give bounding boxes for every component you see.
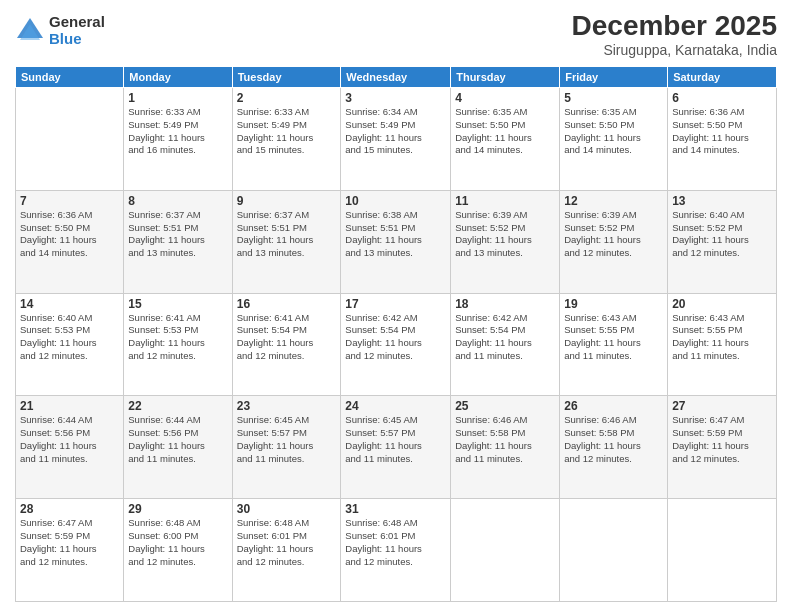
logo: General Blue	[15, 14, 105, 47]
calendar-day-cell: 6Sunrise: 6:36 AMSunset: 5:50 PMDaylight…	[668, 88, 777, 191]
calendar-day-cell: 22Sunrise: 6:44 AMSunset: 5:56 PMDayligh…	[124, 396, 232, 499]
calendar-day-cell	[560, 499, 668, 602]
calendar-day-cell: 28Sunrise: 6:47 AMSunset: 5:59 PMDayligh…	[16, 499, 124, 602]
day-info: Sunrise: 6:40 AMSunset: 5:53 PMDaylight:…	[20, 312, 119, 363]
calendar-week-row: 1Sunrise: 6:33 AMSunset: 5:49 PMDaylight…	[16, 88, 777, 191]
weekday-header-row: SundayMondayTuesdayWednesdayThursdayFrid…	[16, 67, 777, 88]
calendar-day-cell: 15Sunrise: 6:41 AMSunset: 5:53 PMDayligh…	[124, 293, 232, 396]
calendar-week-row: 7Sunrise: 6:36 AMSunset: 5:50 PMDaylight…	[16, 190, 777, 293]
day-info: Sunrise: 6:45 AMSunset: 5:57 PMDaylight:…	[237, 414, 337, 465]
day-number: 10	[345, 194, 446, 208]
day-number: 31	[345, 502, 446, 516]
calendar-day-cell: 2Sunrise: 6:33 AMSunset: 5:49 PMDaylight…	[232, 88, 341, 191]
calendar-week-row: 14Sunrise: 6:40 AMSunset: 5:53 PMDayligh…	[16, 293, 777, 396]
day-number: 14	[20, 297, 119, 311]
day-number: 23	[237, 399, 337, 413]
logo-general: General	[49, 14, 105, 31]
logo-icon	[15, 16, 45, 46]
day-number: 29	[128, 502, 227, 516]
day-number: 22	[128, 399, 227, 413]
calendar-day-cell: 16Sunrise: 6:41 AMSunset: 5:54 PMDayligh…	[232, 293, 341, 396]
day-number: 7	[20, 194, 119, 208]
calendar-day-cell	[451, 499, 560, 602]
calendar-day-cell: 12Sunrise: 6:39 AMSunset: 5:52 PMDayligh…	[560, 190, 668, 293]
day-number: 28	[20, 502, 119, 516]
calendar-day-cell: 11Sunrise: 6:39 AMSunset: 5:52 PMDayligh…	[451, 190, 560, 293]
calendar-day-cell: 13Sunrise: 6:40 AMSunset: 5:52 PMDayligh…	[668, 190, 777, 293]
day-number: 26	[564, 399, 663, 413]
calendar-day-cell: 21Sunrise: 6:44 AMSunset: 5:56 PMDayligh…	[16, 396, 124, 499]
day-info: Sunrise: 6:39 AMSunset: 5:52 PMDaylight:…	[564, 209, 663, 260]
month-title: December 2025	[572, 10, 777, 42]
day-number: 16	[237, 297, 337, 311]
calendar-day-cell	[16, 88, 124, 191]
weekday-header: Thursday	[451, 67, 560, 88]
calendar-day-cell: 29Sunrise: 6:48 AMSunset: 6:00 PMDayligh…	[124, 499, 232, 602]
day-info: Sunrise: 6:35 AMSunset: 5:50 PMDaylight:…	[564, 106, 663, 157]
day-info: Sunrise: 6:43 AMSunset: 5:55 PMDaylight:…	[564, 312, 663, 363]
day-number: 15	[128, 297, 227, 311]
day-number: 8	[128, 194, 227, 208]
day-number: 13	[672, 194, 772, 208]
day-number: 3	[345, 91, 446, 105]
calendar-day-cell: 25Sunrise: 6:46 AMSunset: 5:58 PMDayligh…	[451, 396, 560, 499]
day-info: Sunrise: 6:39 AMSunset: 5:52 PMDaylight:…	[455, 209, 555, 260]
calendar-day-cell: 19Sunrise: 6:43 AMSunset: 5:55 PMDayligh…	[560, 293, 668, 396]
day-number: 5	[564, 91, 663, 105]
day-number: 24	[345, 399, 446, 413]
day-info: Sunrise: 6:40 AMSunset: 5:52 PMDaylight:…	[672, 209, 772, 260]
day-info: Sunrise: 6:33 AMSunset: 5:49 PMDaylight:…	[237, 106, 337, 157]
header: General Blue December 2025 Siruguppa, Ka…	[15, 10, 777, 58]
day-info: Sunrise: 6:41 AMSunset: 5:53 PMDaylight:…	[128, 312, 227, 363]
logo-text: General Blue	[49, 14, 105, 47]
weekday-header: Monday	[124, 67, 232, 88]
day-number: 25	[455, 399, 555, 413]
calendar-table: SundayMondayTuesdayWednesdayThursdayFrid…	[15, 66, 777, 602]
day-number: 21	[20, 399, 119, 413]
day-info: Sunrise: 6:46 AMSunset: 5:58 PMDaylight:…	[455, 414, 555, 465]
day-info: Sunrise: 6:45 AMSunset: 5:57 PMDaylight:…	[345, 414, 446, 465]
calendar-day-cell: 23Sunrise: 6:45 AMSunset: 5:57 PMDayligh…	[232, 396, 341, 499]
day-info: Sunrise: 6:46 AMSunset: 5:58 PMDaylight:…	[564, 414, 663, 465]
day-number: 19	[564, 297, 663, 311]
weekday-header: Friday	[560, 67, 668, 88]
calendar-day-cell: 20Sunrise: 6:43 AMSunset: 5:55 PMDayligh…	[668, 293, 777, 396]
weekday-header: Saturday	[668, 67, 777, 88]
day-info: Sunrise: 6:42 AMSunset: 5:54 PMDaylight:…	[345, 312, 446, 363]
title-block: December 2025 Siruguppa, Karnataka, Indi…	[572, 10, 777, 58]
day-info: Sunrise: 6:44 AMSunset: 5:56 PMDaylight:…	[20, 414, 119, 465]
calendar-day-cell: 4Sunrise: 6:35 AMSunset: 5:50 PMDaylight…	[451, 88, 560, 191]
calendar-day-cell: 5Sunrise: 6:35 AMSunset: 5:50 PMDaylight…	[560, 88, 668, 191]
logo-blue: Blue	[49, 31, 105, 48]
weekday-header: Sunday	[16, 67, 124, 88]
day-number: 11	[455, 194, 555, 208]
day-info: Sunrise: 6:42 AMSunset: 5:54 PMDaylight:…	[455, 312, 555, 363]
calendar-day-cell: 9Sunrise: 6:37 AMSunset: 5:51 PMDaylight…	[232, 190, 341, 293]
calendar-day-cell: 3Sunrise: 6:34 AMSunset: 5:49 PMDaylight…	[341, 88, 451, 191]
day-info: Sunrise: 6:44 AMSunset: 5:56 PMDaylight:…	[128, 414, 227, 465]
calendar-day-cell: 8Sunrise: 6:37 AMSunset: 5:51 PMDaylight…	[124, 190, 232, 293]
calendar-day-cell: 10Sunrise: 6:38 AMSunset: 5:51 PMDayligh…	[341, 190, 451, 293]
calendar-day-cell: 18Sunrise: 6:42 AMSunset: 5:54 PMDayligh…	[451, 293, 560, 396]
weekday-header: Wednesday	[341, 67, 451, 88]
day-info: Sunrise: 6:41 AMSunset: 5:54 PMDaylight:…	[237, 312, 337, 363]
weekday-header: Tuesday	[232, 67, 341, 88]
calendar-day-cell: 14Sunrise: 6:40 AMSunset: 5:53 PMDayligh…	[16, 293, 124, 396]
calendar-week-row: 21Sunrise: 6:44 AMSunset: 5:56 PMDayligh…	[16, 396, 777, 499]
calendar-day-cell: 31Sunrise: 6:48 AMSunset: 6:01 PMDayligh…	[341, 499, 451, 602]
calendar-day-cell	[668, 499, 777, 602]
calendar-day-cell: 30Sunrise: 6:48 AMSunset: 6:01 PMDayligh…	[232, 499, 341, 602]
calendar-day-cell: 26Sunrise: 6:46 AMSunset: 5:58 PMDayligh…	[560, 396, 668, 499]
calendar-day-cell: 7Sunrise: 6:36 AMSunset: 5:50 PMDaylight…	[16, 190, 124, 293]
day-info: Sunrise: 6:36 AMSunset: 5:50 PMDaylight:…	[20, 209, 119, 260]
day-info: Sunrise: 6:33 AMSunset: 5:49 PMDaylight:…	[128, 106, 227, 157]
day-info: Sunrise: 6:38 AMSunset: 5:51 PMDaylight:…	[345, 209, 446, 260]
day-number: 6	[672, 91, 772, 105]
day-info: Sunrise: 6:43 AMSunset: 5:55 PMDaylight:…	[672, 312, 772, 363]
calendar-day-cell: 24Sunrise: 6:45 AMSunset: 5:57 PMDayligh…	[341, 396, 451, 499]
day-number: 9	[237, 194, 337, 208]
page: General Blue December 2025 Siruguppa, Ka…	[0, 0, 792, 612]
day-info: Sunrise: 6:48 AMSunset: 6:01 PMDaylight:…	[345, 517, 446, 568]
day-number: 2	[237, 91, 337, 105]
day-number: 1	[128, 91, 227, 105]
